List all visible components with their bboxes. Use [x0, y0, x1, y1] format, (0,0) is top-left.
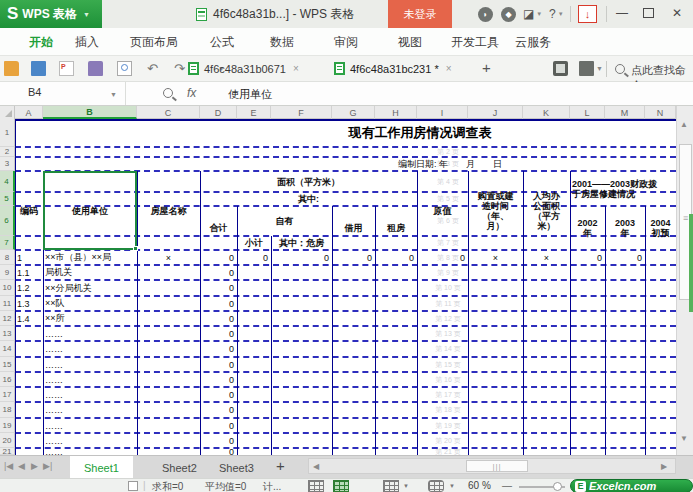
cell-D18[interactable]: 0 [200, 402, 237, 418]
cell-B14[interactable]: …… [43, 341, 137, 357]
cell-H8[interactable]: 0 [375, 250, 417, 265]
menu-item-3[interactable]: 页面布局 [130, 28, 178, 56]
column-header-C[interactable]: C [137, 106, 200, 119]
play-presentation-icon[interactable] [553, 61, 568, 76]
row-header-15[interactable]: 15 [0, 357, 15, 372]
header-cell-borrow[interactable]: 借用 [332, 206, 375, 250]
header-cell-y2003[interactable]: 2003 年 [605, 206, 645, 250]
print-preview-icon[interactable] [117, 61, 132, 76]
cell-B8[interactable]: ××市（县）××局 [43, 250, 137, 265]
cell-B19[interactable]: …… [43, 418, 137, 433]
header-cell-time[interactable]: 购置或建 造时间 （年、 月） [468, 171, 523, 250]
document-tab-2[interactable]: 4f6c48a31bc231 *× [334, 56, 452, 81]
cell-D16[interactable]: 0 [200, 372, 237, 387]
first-sheet-icon[interactable]: |◀ [4, 461, 13, 471]
cell-D10[interactable]: 0 [200, 280, 237, 296]
row-header-10[interactable]: 10 [0, 280, 15, 296]
scroll-up-icon[interactable]: ▲ [680, 120, 688, 129]
chevron-down-icon[interactable]: ▼ [596, 65, 611, 80]
chevron-down-icon[interactable]: ▼ [83, 11, 90, 18]
cell-D12[interactable]: 0 [200, 311, 237, 326]
horizontal-scrollbar[interactable]: ◀ ||| ▶ [308, 458, 676, 474]
header-cell-total[interactable]: 合计 [200, 206, 237, 250]
cell-D21[interactable]: 0 [200, 448, 237, 455]
menu-item-6[interactable]: 审阅 [334, 28, 358, 56]
row-header-12[interactable]: 12 [0, 311, 15, 326]
cell-K8[interactable]: × [523, 250, 570, 265]
row-header-18[interactable]: 18 [0, 402, 15, 418]
normal-view-icon[interactable] [308, 480, 324, 492]
cell-B10[interactable]: ××分局机关 [43, 280, 137, 296]
row-header-17[interactable]: 17 [0, 387, 15, 402]
menu-item-5[interactable]: 数据 [270, 28, 294, 56]
column-header-G[interactable]: G [332, 106, 375, 119]
header-cell-percap[interactable]: 人均办 公面积 （平方 米） [523, 171, 570, 250]
close-button[interactable]: ✕ [672, 6, 682, 20]
cell-D13[interactable]: 0 [200, 326, 237, 341]
fill-handle[interactable] [133, 246, 138, 251]
zoom-out-button[interactable]: — [502, 480, 512, 491]
header-cell-fiscal[interactable]: 2001——2003财政拨 于房屋修建情况 [570, 171, 676, 206]
menu-item-9[interactable]: 云服务 [515, 28, 551, 56]
header-cell-danger[interactable]: 其中：危房 [271, 236, 332, 250]
fx-icon[interactable]: fx [187, 86, 196, 100]
header-cell-own[interactable]: 自有 [237, 206, 332, 236]
print-icon[interactable] [88, 61, 103, 76]
row-header-9[interactable]: 9 [0, 265, 15, 280]
help-icon[interactable]: ?▼ [549, 5, 564, 23]
select-all-corner[interactable] [0, 106, 15, 119]
page-layout-view-icon[interactable] [383, 480, 399, 492]
cell-B16[interactable]: …… [43, 372, 137, 387]
scroll-down-icon[interactable]: ▼ [680, 434, 688, 443]
column-header-J[interactable]: J [468, 106, 523, 119]
column-header-L[interactable]: L [570, 106, 605, 119]
scroll-left-icon[interactable]: ◀ [313, 462, 319, 471]
prev-sheet-icon[interactable]: ◀ [18, 461, 25, 471]
cell-A12[interactable]: 1.4 [15, 311, 43, 326]
sheet-tab-sheet3[interactable]: Sheet3 [205, 456, 268, 479]
column-header-M[interactable]: M [605, 106, 645, 119]
cell-B20[interactable]: …… [43, 433, 137, 448]
cell-D8[interactable]: 0 [200, 250, 237, 265]
cell-B18[interactable]: …… [43, 402, 137, 418]
login-button[interactable]: 未登录 [388, 0, 452, 28]
column-header-F[interactable]: F [271, 106, 332, 119]
header-cell-subtotal[interactable]: 小计 [237, 236, 271, 250]
menu-item-1[interactable]: 开始 [29, 28, 53, 56]
cell-F8[interactable]: 0 [271, 250, 332, 265]
row-header-6[interactable]: 6 [0, 206, 15, 236]
row-header-13[interactable]: 13 [0, 326, 15, 341]
export-pdf-icon[interactable]: P [59, 61, 74, 76]
pen-mode-icon[interactable]: ◪▼ [523, 5, 542, 23]
wps-logo[interactable]: S WPS 表格 ▼ [0, 0, 102, 28]
cell-D19[interactable]: 0 [200, 418, 237, 433]
column-header-A[interactable]: A [15, 106, 43, 119]
excelcn-logo[interactable]: E Excelcn.com [570, 479, 693, 492]
zoom-slider-thumb[interactable] [553, 482, 562, 491]
cell-D9[interactable]: 0 [200, 265, 237, 280]
cell-B9[interactable]: 局机关 [43, 265, 137, 280]
document-tab-1[interactable]: 4f6c48a31b0671× [188, 56, 299, 81]
header-cell-among[interactable]: 其中: [200, 192, 417, 206]
row-header-16[interactable]: 16 [0, 372, 15, 387]
column-header-B[interactable]: B [43, 106, 137, 119]
cell-D20[interactable]: 0 [200, 433, 237, 448]
vertical-scrollbar[interactable]: ▲ ▼ [676, 106, 693, 455]
header-cell-y2004[interactable]: 2004 初预 [645, 206, 676, 250]
row-header-1[interactable]: 1 [0, 119, 15, 147]
column-header-E[interactable]: E [237, 106, 271, 119]
row-header-2[interactable]: 2 [0, 147, 15, 157]
maximize-button[interactable] [643, 8, 654, 18]
column-header-N[interactable]: N [645, 106, 676, 119]
name-box[interactable]: B4 ▼ [0, 82, 126, 105]
row-header-19[interactable]: 19 [0, 418, 15, 433]
cell-B15[interactable]: …… [43, 357, 137, 372]
close-tab-icon[interactable]: × [446, 63, 452, 74]
column-header-D[interactable]: D [200, 106, 237, 119]
reading-mode-icon[interactable] [428, 480, 444, 492]
horizontal-scrollbar-thumb[interactable]: ||| [466, 460, 528, 472]
last-sheet-icon[interactable]: ▶| [43, 461, 52, 471]
cell-A10[interactable]: 1.2 [15, 280, 43, 296]
cell-C8[interactable]: × [137, 250, 200, 265]
cell-I8[interactable]: 0 [417, 250, 468, 265]
